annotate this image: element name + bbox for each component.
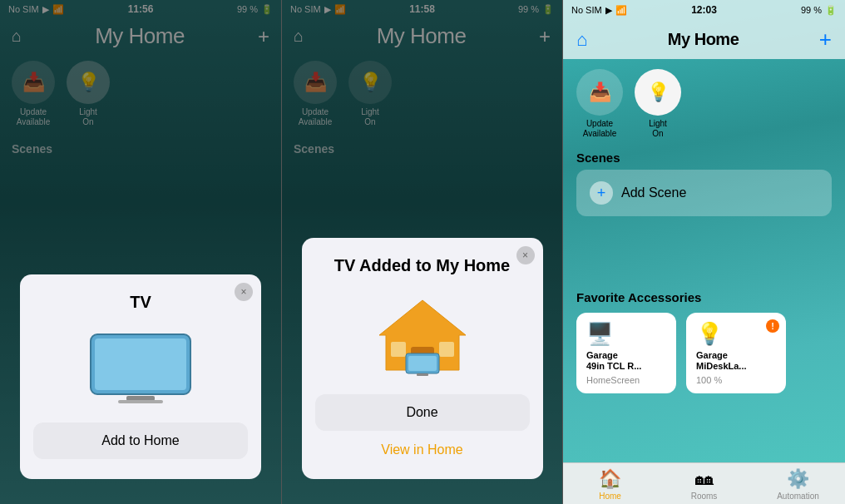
panel3-carrier: No SIM	[571, 5, 602, 15]
panel3-automation-tab-icon: ⚙️	[787, 468, 809, 490]
panel3-rooms-tab-icon: 🏘	[695, 468, 714, 490]
panel3-accessory-light[interactable]: 💡 LightOn	[635, 69, 681, 139]
panel3-fav-accessories-grid: 🖥️ Garage49in TCL R... HomeScreen 💡 Gara…	[576, 313, 832, 393]
panel1-add-to-home-button[interactable]: Add to Home	[33, 422, 248, 459]
svg-rect-6	[391, 342, 406, 357]
panel3-automation-tab-label: Automation	[777, 492, 819, 501]
panel1-tv-icon	[86, 330, 195, 405]
panel1-modal-sheet: × TV Add to Home	[20, 274, 261, 479]
panel3-fav-tv-icon: 🖥️	[586, 321, 666, 347]
panel3-battery-pct: 99 %	[801, 5, 822, 15]
panel3-content: 📥 UpdateAvailable 💡 LightOn Scenes + Add…	[563, 59, 845, 462]
panel3-home-tab-label: Home	[599, 492, 621, 501]
panel3-rooms-tab-label: Rooms	[691, 492, 718, 501]
panel2-modal-sheet: × TV Added to My Home	[302, 238, 543, 479]
panel1-modal-icon-area	[86, 326, 195, 409]
panel2-modal-icon-area	[364, 289, 481, 381]
panel3-home-nav-icon[interactable]: ⌂	[576, 29, 587, 51]
panel3-fav-lamp-icon: 💡	[696, 321, 776, 347]
panel3-status-bar: No SIM ▶ 📶 12:03 99 % 🔋	[563, 0, 845, 20]
panel2-house-icon	[373, 294, 472, 377]
panel3-fav-tv-name: Garage49in TCL R...	[586, 350, 666, 372]
panel-2: No SIM ▶ 📶 11:58 99 % 🔋 ⌂ My Home + 📥 Up…	[281, 0, 562, 504]
panel3-tab-rooms[interactable]: 🏘 Rooms	[657, 468, 751, 501]
svg-rect-9	[408, 356, 437, 371]
panel3-status-right: 99 % 🔋	[801, 5, 837, 16]
panel-1: No SIM ▶ 📶 11:56 99 % 🔋 ⌂ My Home + 📥 Up…	[0, 0, 281, 504]
panel3-fav-accessories-label: Favorite Accessories	[576, 290, 832, 304]
panel3-tab-home[interactable]: 🏠 Home	[563, 468, 657, 501]
panel3-fav-lamp-alert: !	[766, 319, 779, 333]
panel1-modal-overlay: × TV Add to Home	[0, 0, 281, 504]
panel3-time: 12:03	[691, 4, 717, 16]
panel3-fav-card-lamp[interactable]: 💡 GarageMiDeskLa... 100 % !	[686, 313, 786, 393]
panel3-add-icon[interactable]: +	[819, 27, 832, 52]
svg-rect-7	[439, 342, 454, 357]
panel3-fav-lamp-status: 100 %	[696, 375, 776, 385]
svg-rect-3	[118, 400, 163, 403]
panel2-modal-title: TV Added to My Home	[334, 254, 510, 276]
panel2-done-button[interactable]: Done	[315, 394, 530, 431]
panel3-tab-automation[interactable]: ⚙️ Automation	[751, 468, 845, 501]
panel3-fav-card-tv[interactable]: 🖥️ Garage49in TCL R... HomeScreen	[576, 313, 676, 393]
panel3-status-left: No SIM ▶ 📶	[571, 5, 627, 16]
panel3-light-label: LightOn	[649, 119, 667, 139]
panel-3: No SIM ▶ 📶 12:03 99 % 🔋 ⌂ My Home + 📥 Up…	[562, 0, 845, 504]
panel1-modal-title: TV	[130, 291, 151, 313]
panel2-modal-close[interactable]: ×	[516, 246, 535, 264]
panel3-nav-bar: ⌂ My Home +	[563, 20, 845, 59]
panel3-wifi-icon: 📶	[615, 5, 627, 16]
panel3-nav-title: My Home	[668, 30, 739, 49]
panel3-update-circle: 📥	[576, 69, 623, 116]
panel3-scenes-label: Scenes	[563, 144, 845, 170]
panel3-update-label: UpdateAvailable	[583, 119, 616, 139]
panel3-accessory-update[interactable]: 📥 UpdateAvailable	[576, 69, 623, 139]
panel3-fav-tv-status: HomeScreen	[586, 375, 666, 385]
panel3-add-scene-text: Add Scene	[621, 185, 686, 200]
panel2-modal-overlay: × TV Added to My Home	[282, 0, 562, 504]
panel3-add-scene-button[interactable]: + Add Scene	[576, 170, 832, 216]
panel3-signal-icon: ▶	[605, 5, 612, 16]
panel3-battery-icon: 🔋	[825, 5, 837, 16]
panel1-modal-close[interactable]: ×	[235, 283, 253, 301]
panel2-view-in-home-link[interactable]: View in Home	[376, 437, 467, 462]
panel3-fav-accessories-section: Favorite Accessories 🖥️ Garage49in TCL R…	[563, 279, 845, 400]
panel3-fav-lamp-name: GarageMiDeskLa...	[696, 350, 776, 372]
panel3-accessories-row: 📥 UpdateAvailable 💡 LightOn	[563, 59, 845, 144]
svg-rect-10	[417, 373, 428, 376]
panel3-tab-bar: 🏠 Home 🏘 Rooms ⚙️ Automation	[563, 462, 845, 504]
panel3-home-tab-icon: 🏠	[599, 468, 621, 490]
panel3-add-scene-plus-icon: +	[590, 181, 613, 205]
panel3-light-circle: 💡	[635, 69, 681, 116]
svg-rect-1	[95, 338, 186, 390]
